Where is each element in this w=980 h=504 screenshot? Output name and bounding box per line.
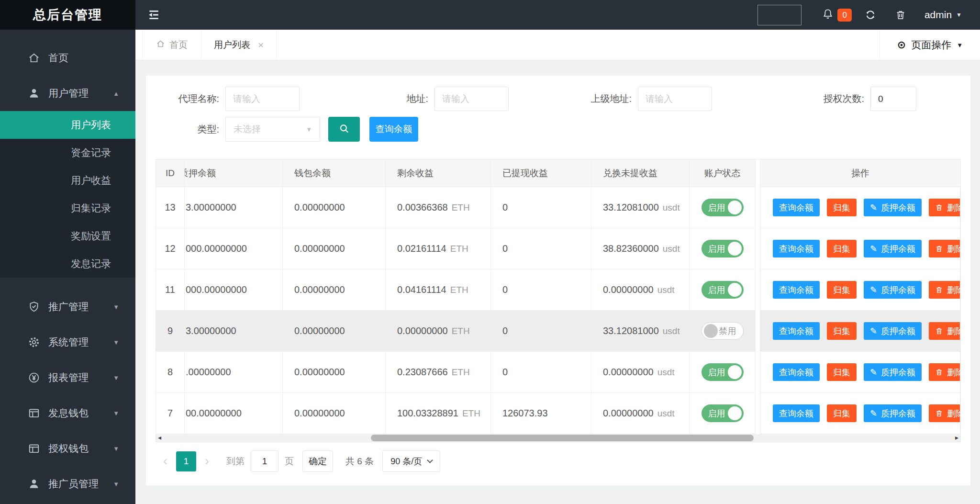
fixed-column-gap	[756, 187, 760, 228]
page-size-select[interactable]: 90 条/页	[382, 450, 440, 472]
chevron-down-icon: ▼	[113, 481, 119, 488]
collapse-sidebar-icon[interactable]	[135, 0, 172, 30]
query-balance-button[interactable]: 查询余额	[773, 281, 820, 299]
status-toggle[interactable]: 启用	[702, 199, 744, 216]
pledge-balance-button[interactable]: ✎质押余额	[864, 199, 922, 216]
sidebar-item-7[interactable]: 推广员管理▼	[0, 466, 135, 502]
status-toggle[interactable]: 启用	[702, 404, 744, 422]
sidebar-item-5[interactable]: 发息钱包▼	[0, 395, 135, 431]
search-button[interactable]	[328, 117, 360, 142]
status-toggle[interactable]: 启用	[702, 363, 744, 381]
delete-button[interactable]: 删除	[929, 281, 960, 299]
chevron-down-icon: ▼	[956, 11, 962, 18]
sidebar-item-1[interactable]: 用户管理▲	[0, 76, 135, 111]
goto-page-label: 到第	[226, 455, 245, 468]
collect-button[interactable]: 归集	[827, 281, 857, 299]
status-toggle[interactable]: 禁用	[702, 322, 744, 340]
close-tab-icon[interactable]: ×	[258, 39, 264, 51]
pledge-balance-button[interactable]: ✎质押余额	[864, 322, 922, 340]
current-page-button[interactable]: 1	[176, 451, 196, 471]
pencil-icon: ✎	[870, 244, 877, 254]
collect-button[interactable]: 归集	[827, 199, 857, 216]
scrollbar-thumb[interactable]	[371, 435, 754, 441]
prev-page-button[interactable]: ‹	[160, 454, 170, 469]
pledge-balance-button[interactable]: ✎质押余额	[864, 363, 922, 381]
toggle-knob	[728, 201, 742, 214]
agent-name-label: 代理名称:	[156, 92, 225, 105]
app-root: 总后台管理 0 admin ▼ 首页用户管理▲用户	[0, 0, 980, 504]
refresh-button[interactable]	[864, 9, 877, 21]
cell-wallet-balance: 0.00000000	[283, 393, 386, 434]
sidebar-item-2[interactable]: 推广管理▼	[0, 289, 135, 325]
query-balance-button[interactable]: 查询余额	[773, 404, 820, 422]
sidebar-item-4[interactable]: 报表管理▼	[0, 360, 135, 395]
query-balance-button[interactable]: 查询余额	[773, 240, 820, 258]
user-menu[interactable]: admin ▼	[924, 9, 962, 21]
delete-button[interactable]: 删除	[929, 322, 960, 340]
bell-icon	[822, 8, 834, 22]
address-input[interactable]	[434, 87, 509, 111]
agent-name-input[interactable]	[225, 87, 300, 111]
page-actions-dropdown[interactable]: ⊙ 页面操作 ▼	[880, 30, 980, 60]
sidebar-item-8[interactable]: 虚拟数据▼	[0, 502, 135, 504]
trash-icon	[935, 286, 943, 294]
user-list-card: 代理名称: 地址: 上级地址: 授权次数: 类型: 未选择 ▼	[146, 76, 970, 485]
collect-button[interactable]: 归集	[827, 404, 857, 422]
pencil-icon: ✎	[870, 202, 877, 213]
collect-button[interactable]: 归集	[827, 240, 857, 258]
wallet-icon	[27, 442, 40, 455]
toggle-knob	[704, 324, 718, 338]
sidebar-subitem[interactable]: 用户收益	[0, 167, 135, 194]
sidebar-subitem[interactable]: 资金记录	[0, 139, 135, 167]
status-toggle[interactable]: 启用	[702, 281, 744, 299]
sidebar-item-label: 推广管理	[48, 300, 89, 314]
tab-user-list[interactable]: 用户列表 ×	[201, 30, 277, 60]
delete-button[interactable]: 删除	[929, 199, 960, 216]
cell-id: 12	[156, 228, 185, 269]
status-toggle[interactable]: 启用	[702, 240, 744, 258]
collect-button[interactable]: 归集	[827, 363, 857, 381]
delete-button[interactable]: 删除	[929, 240, 960, 258]
wallet-icon	[27, 407, 40, 420]
cell-pledge-balance: 000.00000000	[185, 228, 283, 269]
pagination: ‹ 1 › 到第 页 确定 共 6 条 90 条/页	[156, 450, 961, 472]
horizontal-scrollbar[interactable]: ◂ ▸	[156, 434, 961, 442]
type-select[interactable]: 未选择 ▼	[225, 117, 320, 142]
notifications-button[interactable]: 0	[822, 8, 851, 22]
sidebar-subitem[interactable]: 用户列表	[0, 111, 135, 139]
query-balance-button[interactable]: 查询余额	[773, 199, 820, 216]
delete-button[interactable]: 删除	[929, 404, 960, 422]
sidebar-subitem[interactable]: 发息记录	[0, 250, 135, 278]
sidebar-subitem[interactable]: 奖励设置	[0, 222, 135, 250]
next-page-button[interactable]: ›	[202, 454, 212, 469]
auth-count-input[interactable]	[870, 87, 916, 111]
query-balance-button[interactable]: 查询余额	[773, 322, 820, 340]
parent-address-label: 上级地址:	[583, 92, 638, 105]
query-balance-button[interactable]: 查询余额	[369, 117, 418, 142]
toggle-knob	[728, 242, 742, 256]
sidebar-item-6[interactable]: 授权钱包▼	[0, 431, 135, 466]
sidebar-subitem[interactable]: 归集记录	[0, 194, 135, 222]
cell-withdrawn-earnings: 0	[491, 352, 591, 393]
scroll-left-icon[interactable]: ◂	[158, 434, 161, 442]
collect-button[interactable]: 归集	[827, 322, 857, 340]
confirm-page-button[interactable]: 确定	[302, 450, 333, 472]
goto-page-input[interactable]	[251, 450, 278, 472]
pledge-balance-button[interactable]: ✎质押余额	[864, 240, 922, 258]
query-balance-button[interactable]: 查询余额	[773, 363, 820, 381]
parent-address-input[interactable]	[638, 87, 712, 111]
delete-button[interactable]: 删除	[929, 363, 960, 381]
pledge-balance-button[interactable]: ✎质押余额	[864, 404, 922, 422]
fixed-column-gap	[756, 352, 760, 393]
table-row: 9 3.00000000 0.00000000 0.00000000ETH 0 …	[156, 311, 960, 352]
header-input-box[interactable]	[757, 5, 802, 25]
sidebar-item-3[interactable]: 系统管理▼	[0, 325, 135, 360]
pledge-balance-button[interactable]: ✎质押余额	[864, 281, 922, 299]
trash-icon-button[interactable]	[895, 9, 906, 21]
cell-unconverted-earnings: 0.00000000usdt	[591, 269, 690, 311]
cell-pledge-balance: 3.00000000	[185, 311, 283, 352]
page-size-value: 90 条/页	[390, 456, 422, 467]
scroll-right-icon[interactable]: ▸	[955, 434, 958, 442]
sidebar-item-0[interactable]: 首页	[0, 40, 135, 76]
tab-home[interactable]: 首页	[142, 30, 201, 60]
